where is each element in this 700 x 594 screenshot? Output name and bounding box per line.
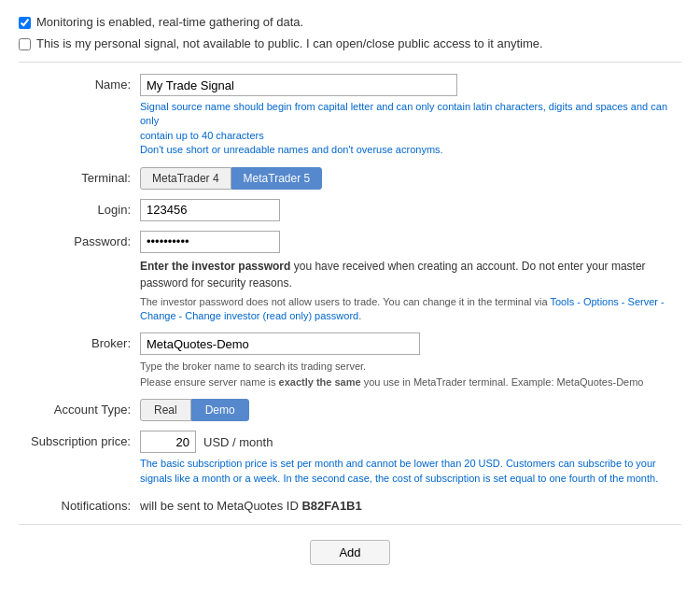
monitoring-label: Monitoring is enabled, real-time gatheri… bbox=[36, 15, 303, 29]
broker-content: Type the broker name to search its tradi… bbox=[140, 332, 681, 389]
terminal-content: MetaTrader 4 MetaTrader 5 bbox=[140, 167, 681, 190]
password-hint1: The investor password does not allow use… bbox=[140, 296, 550, 307]
broker-hint2-bold: exactly the same bbox=[279, 376, 361, 388]
subscription-row: Subscription price: USD / month The basi… bbox=[19, 431, 681, 486]
login-input[interactable] bbox=[140, 199, 280, 221]
broker-hint1: Type the broker name to search its tradi… bbox=[140, 361, 366, 372]
name-content: Signal source name should begin from cap… bbox=[140, 74, 681, 158]
password-input[interactable] bbox=[140, 231, 280, 253]
broker-input[interactable] bbox=[140, 332, 420, 355]
notifications-text: will be sent to MetaQuotes ID B82FA1B1 bbox=[140, 495, 681, 513]
add-button[interactable]: Add bbox=[310, 540, 389, 565]
personal-signal-label: This is my personal signal, not availabl… bbox=[36, 36, 543, 50]
broker-hint2-suffix: you use in MetaTrader terminal. Example:… bbox=[361, 376, 644, 388]
password-hint: The investor password does not allow use… bbox=[140, 295, 681, 324]
broker-row: Broker: Type the broker name to search i… bbox=[19, 332, 681, 389]
password-warning: Enter the investor password you have rec… bbox=[140, 258, 681, 291]
divider-bottom bbox=[19, 524, 681, 525]
personal-signal-row: This is my personal signal, not availabl… bbox=[19, 36, 681, 50]
subscription-label: Subscription price: bbox=[19, 431, 140, 448]
password-row: Password: Enter the investor password yo… bbox=[19, 231, 681, 324]
login-content bbox=[140, 199, 681, 221]
monitoring-row: Monitoring is enabled, real-time gatheri… bbox=[19, 15, 681, 29]
subscription-content: USD / month The basic subscription price… bbox=[140, 431, 681, 486]
password-label: Password: bbox=[19, 231, 140, 248]
terminal-row: Terminal: MetaTrader 4 MetaTrader 5 bbox=[19, 167, 681, 190]
name-label: Name: bbox=[19, 74, 140, 92]
login-row: Login: bbox=[19, 199, 681, 221]
terminal-label: Terminal: bbox=[19, 167, 140, 185]
real-account-button[interactable]: Real bbox=[140, 399, 191, 421]
metatrader4-button[interactable]: MetaTrader 4 bbox=[140, 167, 231, 190]
notifications-content: will be sent to MetaQuotes ID B82FA1B1 bbox=[140, 495, 681, 513]
price-row: USD / month bbox=[140, 431, 681, 453]
password-content: Enter the investor password you have rec… bbox=[140, 231, 681, 324]
divider-top bbox=[19, 62, 681, 63]
account-type-label: Account Type: bbox=[19, 399, 140, 417]
price-input[interactable] bbox=[140, 431, 196, 453]
metatrader5-button[interactable]: MetaTrader 5 bbox=[231, 167, 323, 190]
name-input[interactable] bbox=[140, 74, 457, 96]
name-row: Name: Signal source name should begin fr… bbox=[19, 74, 681, 158]
password-hint2: . bbox=[358, 310, 361, 321]
notifications-row: Notifications: will be sent to MetaQuote… bbox=[19, 495, 681, 513]
account-type-content: Real Demo bbox=[140, 399, 681, 421]
demo-account-button[interactable]: Demo bbox=[191, 399, 249, 421]
main-container: Monitoring is enabled, real-time gatheri… bbox=[0, 0, 700, 580]
broker-label: Broker: bbox=[19, 332, 140, 350]
notifications-prefix: will be sent to MetaQuotes ID bbox=[140, 499, 301, 513]
broker-hint2-prefix: Please ensure server name is bbox=[140, 376, 279, 388]
personal-signal-checkbox[interactable] bbox=[19, 38, 31, 50]
account-type-buttons: Real Demo bbox=[140, 399, 681, 421]
terminal-buttons: MetaTrader 4 MetaTrader 5 bbox=[140, 167, 681, 190]
monitoring-checkbox[interactable] bbox=[19, 17, 31, 29]
account-type-row: Account Type: Real Demo bbox=[19, 399, 681, 421]
notifications-label: Notifications: bbox=[19, 495, 140, 513]
form-section: Name: Signal source name should begin fr… bbox=[19, 74, 681, 513]
notifications-id: B82FA1B1 bbox=[301, 499, 361, 513]
price-hint: The basic subscription price is set per … bbox=[140, 457, 681, 486]
login-label: Login: bbox=[19, 199, 140, 217]
price-unit: USD / month bbox=[203, 435, 273, 449]
broker-hint: Type the broker name to search its tradi… bbox=[140, 359, 681, 389]
name-hint: Signal source name should begin from cap… bbox=[140, 100, 681, 158]
password-warning-bold: Enter the investor password bbox=[140, 260, 290, 273]
